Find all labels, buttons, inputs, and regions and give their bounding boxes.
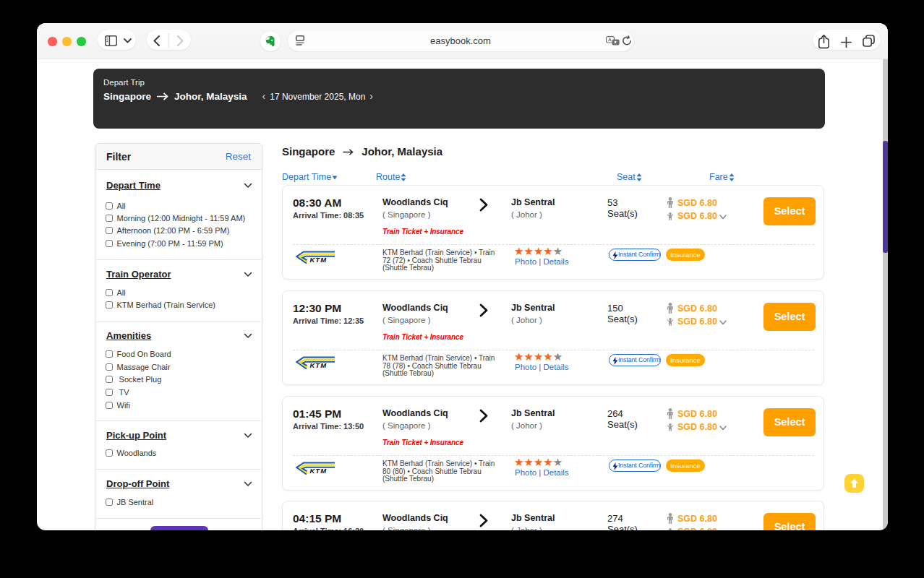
svg-text:KTM: KTM: [310, 361, 328, 369]
svg-text:KTM: KTM: [310, 467, 328, 475]
svg-text:KTM: KTM: [310, 256, 328, 264]
